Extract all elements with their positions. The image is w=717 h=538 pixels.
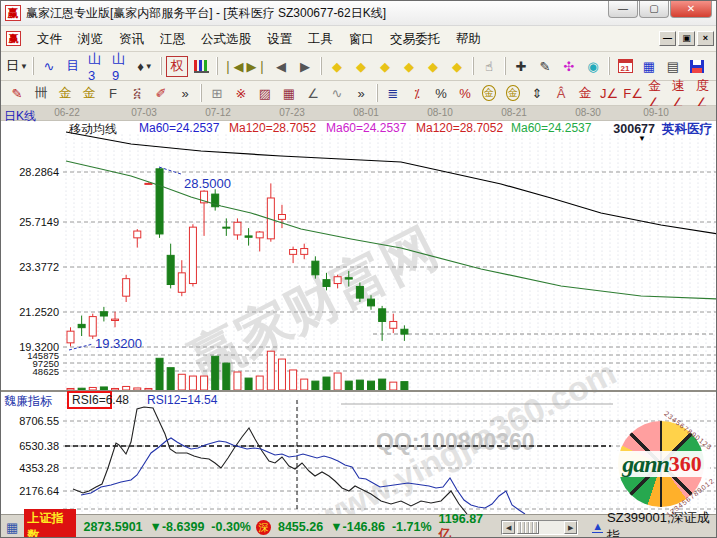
first-page-icon[interactable]: ❘◀ — [222, 56, 244, 77]
rsi12-value: RSI12=14.54 — [147, 393, 217, 407]
date-tick: 06-22 — [54, 107, 80, 118]
status-bar: ▦ 上证指数 2873.5901 ▼-8.6399 -0.30% 深 8455.… — [1, 514, 717, 538]
expand-diamond-icon[interactable]: ◆ — [422, 56, 444, 77]
toolbar-separator — [376, 84, 378, 102]
svg-text:8706.55: 8706.55 — [19, 415, 59, 427]
kline-chart[interactable]: 赢家财富网www.yingjia360.comQQ:10080036028.28… — [1, 106, 717, 514]
menu-item-公式选股[interactable]: 公式选股 — [193, 29, 259, 49]
close-button[interactable]: ✕ — [670, 1, 712, 18]
calendar-icon[interactable]: 21 — [614, 56, 636, 77]
svg-text:25.7149: 25.7149 — [19, 216, 59, 228]
spiral-icon[interactable]: ፭ — [126, 83, 148, 104]
gold-grid2-icon[interactable]: 金 — [78, 83, 100, 104]
percent-lines-icon[interactable]: % — [454, 83, 476, 104]
gold-grid-icon[interactable]: 金 — [54, 83, 76, 104]
gann360-wordmark: gann360 — [614, 451, 710, 477]
quote-list-icon[interactable]: 目 — [62, 56, 84, 77]
fibo-lines-icon[interactable]: F — [102, 83, 124, 104]
candle-style-button[interactable]: ♦▼ — [134, 56, 156, 77]
date-tick: 09-10 — [643, 107, 669, 118]
menu-item-设置[interactable]: 设置 — [259, 29, 300, 49]
wave-tool-icon[interactable]: ∿ — [326, 83, 348, 104]
price-measure-icon[interactable]: ⇕ — [526, 83, 548, 104]
restore-rights-icon[interactable]: 权 — [166, 56, 188, 77]
minute-3-icon[interactable]: 山3 — [86, 56, 108, 77]
gann-angle-j-icon[interactable]: J∠ — [598, 83, 620, 104]
horizontal-scrollbar[interactable]: ◀ ▶ — [501, 520, 578, 535]
percent-icon[interactable]: % — [430, 83, 452, 104]
wave-a-icon[interactable]: Â — [550, 83, 572, 104]
gold-circle-icon[interactable]: 金 — [478, 83, 500, 104]
reference-index-label[interactable]: SZ399001,深证成指 — [607, 509, 717, 538]
gold-circle-lines-icon[interactable]: 金 — [502, 83, 524, 104]
scroll-left-arrow-icon[interactable]: ◀ — [502, 521, 515, 534]
more-left-chevron[interactable]: » — [174, 83, 196, 104]
menu-item-工具[interactable]: 工具 — [300, 29, 341, 49]
window-title: 赢家江恩专业版[赢家内部服务平台] - [英科医疗 SZ300677-62日K线… — [26, 5, 386, 22]
menu-item-帮助[interactable]: 帮助 — [448, 29, 489, 49]
draw-pencil-icon[interactable]: ✎ — [6, 83, 28, 104]
maximize-button[interactable]: ▢ — [639, 1, 669, 18]
calculator-icon[interactable]: ▦ — [638, 56, 660, 77]
ladder-scale-icon[interactable]: ≣ — [382, 83, 404, 104]
prev-icon[interactable]: ◀ — [270, 56, 292, 77]
more-left2-chevron[interactable]: » — [350, 83, 372, 104]
turnover-number: 1196.87 — [439, 512, 484, 526]
web-pages-icon[interactable]: ❒ — [710, 56, 717, 77]
box-tool-icon[interactable]: ⊞ — [206, 83, 228, 104]
minimize-button[interactable]: — — [608, 1, 638, 18]
gold-ratio-icon[interactable]: 金 — [574, 83, 596, 104]
menu-item-交易委托[interactable]: 交易委托 — [382, 29, 448, 49]
rsi-pane-label: 魏廉指标 — [4, 393, 52, 410]
ray-fan-icon[interactable]: ※ — [230, 83, 252, 104]
date-tick: 08-21 — [501, 107, 527, 118]
zoom-area-icon[interactable]: ✎ — [534, 56, 556, 77]
grid-lines-icon[interactable]: 卌 — [30, 83, 52, 104]
menu-item-文件[interactable]: 文件 — [29, 29, 70, 49]
gann-number: 360 — [669, 451, 702, 477]
crosshair-icon[interactable]: ✚ — [510, 56, 532, 77]
gann-angle-f-icon[interactable]: F∠ — [622, 83, 644, 104]
notepad-icon[interactable]: ▤ — [662, 56, 684, 77]
mdi-minimize-button[interactable]: — — [659, 31, 676, 46]
zoom-out-diamond-icon[interactable]: ◆ — [398, 56, 420, 77]
title-bar[interactable]: 赢 赢家江恩专业版[赢家内部服务平台] - [英科医疗 SZ300677-62日… — [1, 1, 717, 26]
gann-angle-speed-icon[interactable]: 速∠ — [670, 83, 692, 104]
pan-left-diamond-icon[interactable]: ◆ — [326, 56, 348, 77]
gann-square-icon[interactable]: ▦ — [278, 83, 300, 104]
cloud-tool-icon[interactable]: ◉ — [582, 56, 604, 77]
gann-tool-icon[interactable]: ✣ — [558, 56, 580, 77]
menu-item-资讯[interactable]: 资讯 — [111, 29, 152, 49]
measure-pencil-icon[interactable]: ✐ — [150, 83, 172, 104]
menu-item-江恩[interactable]: 江恩 — [152, 29, 193, 49]
scroll-right-arrow-icon[interactable]: ▶ — [564, 521, 577, 534]
next-icon[interactable]: ▶ — [294, 56, 316, 77]
status-grid-icon[interactable]: ▦ — [6, 521, 20, 534]
save-icon[interactable] — [686, 56, 708, 77]
hand-tool-icon[interactable]: ☝ — [478, 56, 500, 77]
svg-text:19.3200: 19.3200 — [95, 336, 142, 351]
toolbar-separator — [200, 84, 202, 102]
menu-item-窗口[interactable]: 窗口 — [341, 29, 382, 49]
zoom-in-diamond-icon[interactable]: ◆ — [374, 56, 396, 77]
menu-item-浏览[interactable]: 浏览 — [70, 29, 111, 49]
pan-right-diamond-icon[interactable]: ◆ — [350, 56, 372, 77]
color-chart-icon[interactable] — [190, 56, 212, 77]
minute-9-icon[interactable]: 山9 — [110, 56, 132, 77]
gann-angle-degree-icon[interactable]: 度∠ — [694, 83, 716, 104]
gann-box-icon[interactable]: ▨ — [254, 83, 276, 104]
gann-angle-gold-icon[interactable]: 金∠ — [646, 83, 668, 104]
chart-region: 赢家财富网www.yingjia360.comQQ:10080036028.28… — [1, 106, 717, 514]
sz-market-icon[interactable]: 深 — [256, 520, 271, 535]
kline-period-button[interactable]: 日▼ — [6, 56, 28, 77]
mdi-close-button[interactable]: × — [697, 31, 714, 46]
trend-chart-icon[interactable]: ∿ — [38, 56, 60, 77]
angle-lines-icon[interactable]: ∠ — [302, 83, 324, 104]
last-page-icon[interactable]: ▶❘ — [246, 56, 268, 77]
toolbar-separator — [216, 57, 218, 75]
sh-index-badge[interactable]: 上证指数 — [24, 509, 76, 538]
mdi-restore-button[interactable]: ▣ — [678, 31, 695, 46]
percent-z-icon[interactable]: ⁒ — [406, 83, 428, 104]
scrollbar-thumb[interactable] — [517, 521, 539, 534]
shrink-diamond-icon[interactable]: ◆ — [446, 56, 468, 77]
